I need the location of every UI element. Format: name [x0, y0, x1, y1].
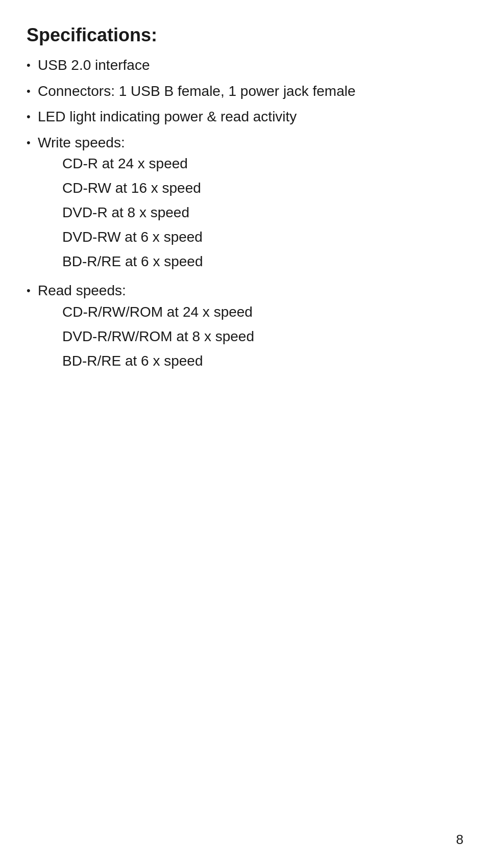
- spec-text-read: Read speeds: CD-R/RW/ROM at 24 x speed D…: [38, 280, 463, 375]
- read-speeds-label: Read speeds:: [38, 283, 126, 298]
- bullet-icon: •: [27, 83, 38, 99]
- list-item-write: • Write speeds: CD-R at 24 x speed CD-RW…: [27, 133, 463, 276]
- spec-text-connectors: Connectors: 1 USB B female, 1 power jack…: [38, 81, 463, 102]
- list-item: DVD-RW at 6 x speed: [38, 226, 463, 248]
- list-item: • LED light indicating power & read acti…: [27, 107, 463, 127]
- bullet-icon: •: [27, 283, 38, 299]
- read-speeds-list: CD-R/RW/ROM at 24 x speed DVD-R/RW/ROM a…: [38, 301, 463, 372]
- spec-text-led: LED light indicating power & read activi…: [38, 107, 463, 127]
- list-item: DVD-R/RW/ROM at 8 x speed: [38, 326, 463, 347]
- list-item: • Connectors: 1 USB B female, 1 power ja…: [27, 81, 463, 102]
- list-item: DVD-R at 8 x speed: [38, 202, 463, 223]
- bullet-icon: •: [27, 135, 38, 151]
- list-item-read: • Read speeds: CD-R/RW/ROM at 24 x speed…: [27, 280, 463, 375]
- write-speeds-list: CD-R at 24 x speed CD-RW at 16 x speed D…: [38, 153, 463, 272]
- page-title: Specifications:: [27, 24, 463, 46]
- write-speeds-label: Write speeds:: [38, 135, 125, 150]
- list-item: CD-R/RW/ROM at 24 x speed: [38, 301, 463, 323]
- page-number: 8: [456, 832, 463, 848]
- spec-text-usb: USB 2.0 interface: [38, 55, 463, 76]
- bullet-icon: •: [27, 109, 38, 125]
- page-container: Specifications: • USB 2.0 interface • Co…: [0, 0, 490, 868]
- bullet-icon: •: [27, 57, 38, 73]
- list-item: • USB 2.0 interface: [27, 55, 463, 76]
- list-item: CD-R at 24 x speed: [38, 153, 463, 174]
- specs-list: • USB 2.0 interface • Connectors: 1 USB …: [27, 55, 463, 375]
- list-item: CD-RW at 16 x speed: [38, 177, 463, 199]
- list-item: BD-R/RE at 6 x speed: [38, 251, 463, 272]
- list-item: BD-R/RE at 6 x speed: [38, 350, 463, 372]
- spec-text-write: Write speeds: CD-R at 24 x speed CD-RW a…: [38, 133, 463, 276]
